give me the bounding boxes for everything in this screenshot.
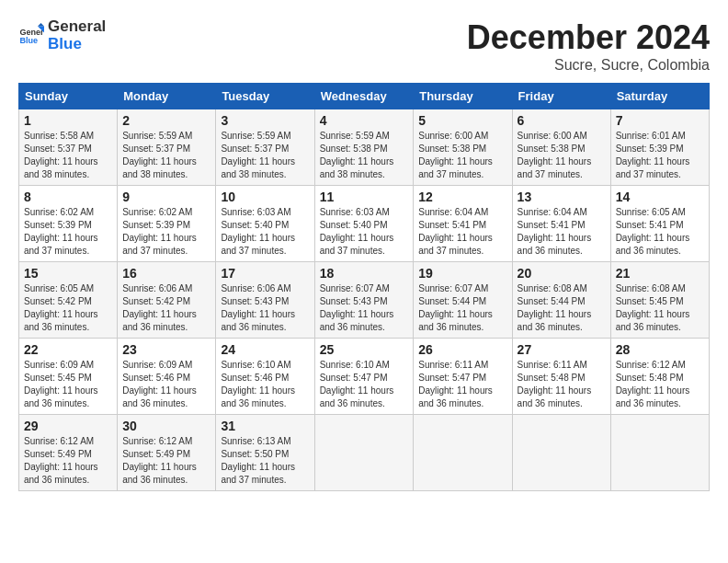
day-number: 28 [616,342,704,357]
calendar-cell: 31Sunrise: 6:13 AMSunset: 5:50 PMDayligh… [216,415,314,491]
day-number: 30 [122,419,210,433]
day-info: Sunrise: 6:07 AMSunset: 5:43 PMDaylight:… [320,282,409,334]
calendar-week-row: 1Sunrise: 5:58 AMSunset: 5:37 PMDaylight… [19,109,710,186]
day-info: Sunrise: 6:05 AMSunset: 5:41 PMDaylight:… [616,206,704,258]
calendar-cell: 29Sunrise: 6:12 AMSunset: 5:49 PMDayligh… [19,415,118,491]
calendar-cell: 21Sunrise: 6:08 AMSunset: 5:45 PMDayligh… [610,262,709,339]
day-number: 5 [418,113,506,128]
day-number: 3 [221,113,309,128]
day-info: Sunrise: 6:12 AMSunset: 5:49 PMDaylight:… [24,435,112,487]
day-info: Sunrise: 6:03 AMSunset: 5:40 PMDaylight:… [320,206,409,258]
day-number: 8 [24,190,112,204]
day-info: Sunrise: 6:04 AMSunset: 5:41 PMDaylight:… [418,206,506,258]
calendar-cell: 24Sunrise: 6:10 AMSunset: 5:46 PMDayligh… [216,339,314,415]
day-number: 23 [122,342,210,357]
calendar-cell: 22Sunrise: 6:09 AMSunset: 5:45 PMDayligh… [19,339,118,415]
calendar-cell: 1Sunrise: 5:58 AMSunset: 5:37 PMDaylight… [19,109,118,186]
calendar-cell: 7Sunrise: 6:01 AMSunset: 5:39 PMDaylight… [610,109,709,186]
calendar-cell: 5Sunrise: 6:00 AMSunset: 5:38 PMDaylight… [414,109,512,186]
day-info: Sunrise: 6:12 AMSunset: 5:49 PMDaylight:… [122,435,210,487]
calendar-cell: 28Sunrise: 6:12 AMSunset: 5:48 PMDayligh… [610,339,709,415]
calendar-cell [314,415,414,491]
calendar-cell: 4Sunrise: 5:59 AMSunset: 5:38 PMDaylight… [314,109,414,186]
day-info: Sunrise: 6:11 AMSunset: 5:48 PMDaylight:… [518,359,606,410]
svg-marker-3 [38,23,44,27]
calendar-cell [414,415,512,491]
day-info: Sunrise: 6:06 AMSunset: 5:43 PMDaylight:… [221,282,309,334]
day-number: 20 [518,266,606,281]
day-number: 10 [221,190,309,204]
day-number: 19 [418,266,506,281]
day-info: Sunrise: 6:08 AMSunset: 5:44 PMDaylight:… [518,282,606,334]
col-wednesday: Wednesday [314,84,414,109]
calendar-cell: 25Sunrise: 6:10 AMSunset: 5:47 PMDayligh… [314,339,414,415]
day-info: Sunrise: 6:07 AMSunset: 5:44 PMDaylight:… [418,282,506,334]
page-header: General Blue General Blue December 2024 … [18,18,710,74]
day-info: Sunrise: 5:59 AMSunset: 5:37 PMDaylight:… [221,130,309,181]
day-number: 9 [122,190,210,204]
calendar-cell: 16Sunrise: 6:06 AMSunset: 5:42 PMDayligh… [118,262,216,339]
day-number: 31 [221,419,309,433]
col-tuesday: Tuesday [216,84,314,109]
calendar-cell: 10Sunrise: 6:03 AMSunset: 5:40 PMDayligh… [216,186,314,262]
calendar-cell: 14Sunrise: 6:05 AMSunset: 5:41 PMDayligh… [610,186,709,262]
day-info: Sunrise: 6:00 AMSunset: 5:38 PMDaylight:… [418,130,506,181]
calendar-cell: 18Sunrise: 6:07 AMSunset: 5:43 PMDayligh… [314,262,414,339]
calendar-cell [610,415,709,491]
col-friday: Friday [512,84,610,109]
calendar-cell: 9Sunrise: 6:02 AMSunset: 5:39 PMDaylight… [118,186,216,262]
day-info: Sunrise: 6:01 AMSunset: 5:39 PMDaylight:… [616,130,704,181]
day-number: 2 [122,113,210,128]
day-info: Sunrise: 6:05 AMSunset: 5:42 PMDaylight:… [24,282,112,334]
calendar-cell: 11Sunrise: 6:03 AMSunset: 5:40 PMDayligh… [314,186,414,262]
day-number: 11 [320,190,409,204]
calendar-header-row: Sunday Monday Tuesday Wednesday Thursday… [19,84,710,109]
day-number: 14 [616,190,704,204]
calendar-week-row: 29Sunrise: 6:12 AMSunset: 5:49 PMDayligh… [19,415,710,491]
day-number: 29 [24,419,112,433]
day-info: Sunrise: 6:09 AMSunset: 5:46 PMDaylight:… [122,359,210,410]
day-number: 24 [221,342,309,357]
day-info: Sunrise: 6:11 AMSunset: 5:47 PMDaylight:… [418,359,506,410]
day-number: 26 [418,342,506,357]
day-info: Sunrise: 5:59 AMSunset: 5:37 PMDaylight:… [122,130,210,181]
day-info: Sunrise: 6:00 AMSunset: 5:38 PMDaylight:… [518,130,606,181]
calendar-cell: 20Sunrise: 6:08 AMSunset: 5:44 PMDayligh… [512,262,610,339]
day-number: 15 [24,266,112,281]
calendar-cell: 12Sunrise: 6:04 AMSunset: 5:41 PMDayligh… [414,186,512,262]
day-number: 21 [616,266,704,281]
calendar-cell: 6Sunrise: 6:00 AMSunset: 5:38 PMDaylight… [512,109,610,186]
calendar-cell: 8Sunrise: 6:02 AMSunset: 5:39 PMDaylight… [19,186,118,262]
day-info: Sunrise: 5:58 AMSunset: 5:37 PMDaylight:… [24,130,112,181]
day-info: Sunrise: 6:10 AMSunset: 5:47 PMDaylight:… [320,359,409,410]
calendar-cell: 13Sunrise: 6:04 AMSunset: 5:41 PMDayligh… [512,186,610,262]
calendar-cell: 19Sunrise: 6:07 AMSunset: 5:44 PMDayligh… [414,262,512,339]
day-number: 25 [320,342,409,357]
calendar-week-row: 15Sunrise: 6:05 AMSunset: 5:42 PMDayligh… [19,262,710,339]
calendar-week-row: 8Sunrise: 6:02 AMSunset: 5:39 PMDaylight… [19,186,710,262]
calendar-cell: 27Sunrise: 6:11 AMSunset: 5:48 PMDayligh… [512,339,610,415]
day-number: 27 [518,342,606,357]
day-number: 12 [418,190,506,204]
day-number: 1 [24,113,112,128]
day-info: Sunrise: 6:10 AMSunset: 5:46 PMDaylight:… [221,359,309,410]
month-title: December 2024 [467,18,710,57]
day-number: 17 [221,266,309,281]
day-info: Sunrise: 6:12 AMSunset: 5:48 PMDaylight:… [616,359,704,410]
day-info: Sunrise: 6:09 AMSunset: 5:45 PMDaylight:… [24,359,112,410]
day-number: 7 [616,113,704,128]
calendar-week-row: 22Sunrise: 6:09 AMSunset: 5:45 PMDayligh… [19,339,710,415]
day-info: Sunrise: 6:08 AMSunset: 5:45 PMDaylight:… [616,282,704,334]
col-thursday: Thursday [414,84,512,109]
day-info: Sunrise: 6:02 AMSunset: 5:39 PMDaylight:… [122,206,210,258]
col-monday: Monday [118,84,216,109]
col-saturday: Saturday [610,84,709,109]
calendar-cell: 30Sunrise: 6:12 AMSunset: 5:49 PMDayligh… [118,415,216,491]
calendar-cell: 23Sunrise: 6:09 AMSunset: 5:46 PMDayligh… [118,339,216,415]
day-info: Sunrise: 6:06 AMSunset: 5:42 PMDaylight:… [122,282,210,334]
svg-text:Blue: Blue [19,36,38,45]
logo: General Blue General Blue [18,18,106,52]
calendar-cell: 15Sunrise: 6:05 AMSunset: 5:42 PMDayligh… [19,262,118,339]
day-number: 16 [122,266,210,281]
day-info: Sunrise: 6:13 AMSunset: 5:50 PMDaylight:… [221,435,309,487]
